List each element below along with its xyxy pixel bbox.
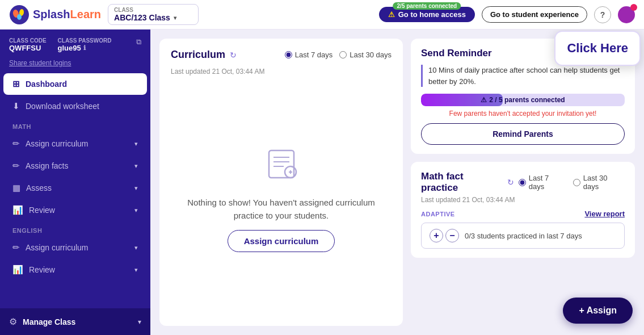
math-fact-last-updated: Last updated 21 Oct, 03:44 AM [421,196,625,204]
class-code-block: CLASS CODE QWFFSU [9,37,47,52]
chevron-icon: ▾ [134,207,138,214]
math-fact-radio-group: Last 7 days Last 30 days [519,174,625,191]
sidebar-header: CLASS CODE QWFFSU CLASS PASSWORD glue95 … [0,30,150,56]
facts-icon: ✏ [12,161,20,171]
sidebar-item-review-english[interactable]: 📊 Review ▾ [3,259,147,280]
practiced-text: 0/3 students practiced in last 7 days [465,232,582,240]
assess-icon: ▦ [12,183,20,193]
progress-label: ⚠ 2 / 5 parents connected [481,96,565,104]
view-report-link[interactable]: View report [584,210,625,218]
minus-button[interactable]: − [445,229,459,242]
class-info-row: CLASS CODE QWFFSU CLASS PASSWORD glue95 … [9,37,125,52]
splashlearn-logo-icon [9,5,30,25]
english-section-label: ENGLISH [0,221,150,236]
svg-point-3 [17,14,22,20]
share-student-logins-link[interactable]: Share student logins [0,56,150,73]
radio-7-days[interactable]: Last 7 days [285,51,333,59]
gear-icon: ⚙ [9,316,17,327]
math-section-label: MATH [0,118,150,132]
class-name: ABC/123 Class ▾ [114,13,192,22]
curriculum-radio-group: Last 7 days Last 30 days [285,51,392,59]
chevron-icon: ▾ [134,140,138,148]
refresh-icon[interactable]: ↻ [507,178,514,187]
avatar-decoration [630,4,637,11]
student-experience-button[interactable]: Go to student experience [482,6,587,23]
sidebar: CLASS CODE QWFFSU CLASS PASSWORD glue95 … [0,30,150,335]
assign-curriculum-button[interactable]: Assign curriculum [228,230,335,252]
curriculum-icon: ✏ [12,139,20,149]
remind-parents-button[interactable]: Remind Parents [421,123,625,145]
logo: SplashLearn [9,5,101,25]
plus-button[interactable]: + [430,229,443,242]
sidebar-item-assess[interactable]: ▦ Assess ▾ [3,177,147,199]
students-practiced-row: + − 0/3 students practiced in last 7 day… [421,223,625,249]
sidebar-item-assign-facts[interactable]: ✏ Assign facts ▾ [3,155,147,177]
sidebar-item-dashboard[interactable]: ⊞ Dashboard [3,73,147,95]
main-layout: CLASS CODE QWFFSU CLASS PASSWORD glue95 … [0,30,644,335]
review-english-icon: 📊 [12,265,23,275]
refresh-icon[interactable]: ↻ [230,51,237,60]
reminder-card: Click Here Send Reminder 10 Mins of dail… [411,39,635,154]
home-access-button[interactable]: 2/5 parents connected ⚠ Go to home acces… [379,7,475,22]
parents-connected-badge: 2/5 parents connected [393,2,461,10]
chevron-down-icon: ▾ [174,15,176,21]
manage-class-button[interactable]: ⚙ Manage Class ▾ [0,308,150,335]
curriculum-card: Curriculum ↻ Last 7 days Last 30 days La… [159,39,403,326]
logo-text: SplashLearn [33,8,101,21]
class-password-value: glue95 ℹ [58,44,112,52]
sidebar-item-assign-curriculum-english[interactable]: ✏ Assign curriculum ▾ [3,237,147,258]
download-icon: ⬇ [12,101,20,111]
avatar-button[interactable] [618,6,635,23]
sidebar-nav: ⊞ Dashboard ⬇ Download worksheet MATH ✏ … [0,73,150,308]
chevron-icon: ▾ [134,162,138,170]
empty-state-icon [263,146,300,189]
review-icon: 📊 [12,205,23,215]
help-button[interactable]: ? [594,6,611,23]
radio-30-days[interactable]: Last 30 days [339,51,392,59]
chevron-down-icon: ▾ [138,318,141,326]
click-here-popup: Click Here [554,31,641,66]
reminder-text: 10 Mins of daily practice after school c… [421,65,625,87]
curriculum-empty-state: Nothing to show! You haven't assigned cu… [171,82,392,316]
chevron-icon: ▾ [134,266,138,274]
main-content: Curriculum ↻ Last 7 days Last 30 days La… [150,30,644,335]
curriculum-title: Curriculum [171,49,225,61]
sidebar-item-review-math[interactable]: 📊 Review ▾ [3,199,147,221]
math-fact-title: Math fact practice [421,171,503,194]
curriculum-empty-text: Nothing to show! You haven't assigned cu… [182,196,380,222]
class-code-value: QWFFSU [9,44,47,52]
sidebar-item-download-worksheet[interactable]: ⬇ Download worksheet [3,95,147,117]
curriculum-last-updated: Last updated 21 Oct, 03:44 AM [171,68,392,76]
curriculum-card-header: Curriculum ↻ Last 7 days Last 30 days [171,49,392,61]
adaptive-row: ADAPTIVE View report [421,210,625,218]
class-label: CLASS [114,7,192,13]
class-selector[interactable]: CLASS ABC/123 Class ▾ [108,4,199,25]
math-fact-radio-30-days[interactable]: Last 30 days [573,174,625,191]
warning-icon: ⚠ [388,10,395,19]
warning-icon: ⚠ [481,96,487,104]
reminder-warning-text: Few parents haven't accepted your invita… [421,110,625,118]
sidebar-item-assign-curriculum-math[interactable]: ✏ Assign curriculum ▾ [3,133,147,154]
topnav: SplashLearn CLASS ABC/123 Class ▾ 2/5 pa… [0,0,644,30]
class-info: CLASS CODE QWFFSU CLASS PASSWORD glue95 … [9,37,125,52]
math-fact-radio-7-days[interactable]: Last 7 days [519,174,566,191]
chevron-icon: ▾ [134,244,138,252]
curriculum-english-icon: ✏ [12,242,20,253]
class-password-block: CLASS PASSWORD glue95 ℹ [58,37,112,52]
chevron-icon: ▾ [134,185,138,192]
right-panel: Click Here Send Reminder 10 Mins of dail… [411,39,635,326]
plus-minus-controls: + − [430,229,459,242]
info-icon: ℹ [83,44,86,52]
dashboard-icon: ⊞ [12,79,20,89]
math-fact-card: Math fact practice ↻ Last 7 days Last 30… [411,162,635,258]
assign-fab-button[interactable]: + Assign [563,298,633,324]
copy-icon[interactable]: ⧉ [136,37,141,47]
math-fact-header: Math fact practice ↻ Last 7 days Last 30… [421,171,625,194]
parents-progress-bar: ⚠ 2 / 5 parents connected [421,94,625,106]
adaptive-label: ADAPTIVE [421,211,455,217]
